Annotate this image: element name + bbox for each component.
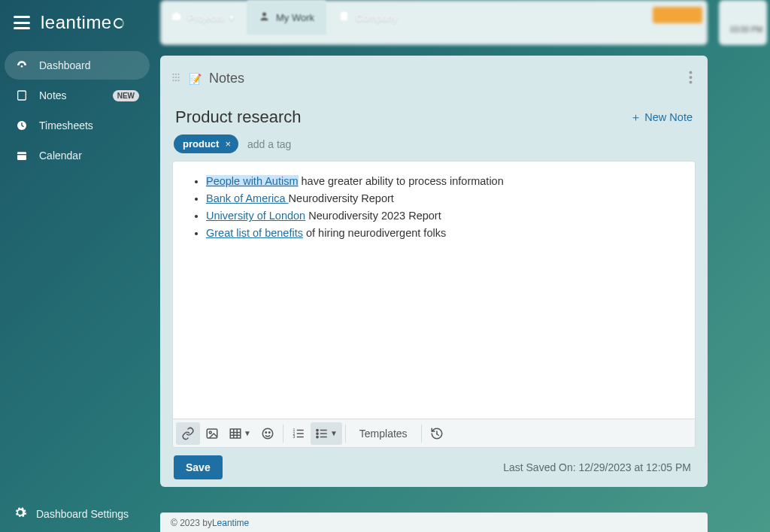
svg-point-13 — [175, 77, 177, 78]
sidebar-item-calendar[interactable]: Calendar — [5, 141, 150, 170]
briefcase-icon — [171, 11, 182, 24]
svg-point-11 — [177, 74, 179, 75]
tool-image[interactable] — [200, 422, 224, 445]
svg-line-44 — [437, 434, 438, 435]
panel-title: Notes — [209, 71, 244, 86]
sidebar-item-label: Timesheets — [39, 119, 93, 131]
svg-point-30 — [268, 431, 270, 433]
topbar-company[interactable]: Company — [326, 0, 410, 35]
svg-point-20 — [690, 81, 693, 84]
tool-templates[interactable]: Templates — [349, 422, 418, 445]
chevron-down-icon: ▾ — [229, 12, 235, 23]
menu-toggle-icon[interactable] — [14, 16, 30, 29]
link[interactable]: Bank of America — [206, 192, 289, 204]
remove-tag-icon[interactable]: × — [225, 138, 231, 150]
svg-point-41 — [317, 432, 318, 434]
svg-point-19 — [690, 76, 693, 79]
building-icon — [338, 11, 350, 24]
svg-text:3: 3 — [293, 434, 295, 439]
tool-bullet-list[interactable]: ▼ — [311, 422, 342, 445]
svg-point-0 — [21, 65, 23, 68]
clock-icon — [15, 119, 29, 132]
app-logo: leantime — [41, 12, 124, 33]
note-icon — [15, 89, 29, 102]
tool-emoji[interactable] — [256, 422, 280, 445]
link[interactable]: University of London — [206, 210, 305, 222]
link[interactable]: Great list of benefits — [206, 227, 303, 239]
svg-rect-21 — [207, 429, 217, 438]
svg-point-40 — [317, 429, 318, 431]
last-saved-text: Last Saved On: 12/29/2023 at 12:05 PM — [503, 461, 691, 473]
new-note-button[interactable]: ＋ New Note — [630, 110, 693, 125]
svg-point-22 — [209, 431, 211, 434]
list-item: Bank of America Neurodiversity Report — [206, 191, 681, 207]
svg-point-29 — [265, 431, 267, 433]
person-icon — [259, 11, 270, 24]
svg-point-12 — [172, 77, 174, 78]
list-item: People with Autism have greater ability … — [206, 174, 681, 189]
sidebar-item-label: Dashboard — [39, 59, 91, 71]
list-item: University of London Neurodiversity 2023… — [206, 208, 681, 224]
note-editor: People with Autism have greater ability … — [172, 161, 696, 448]
svg-point-7 — [262, 13, 266, 17]
calendar-icon — [15, 149, 29, 162]
tag-chip[interactable]: product × — [174, 135, 238, 153]
svg-point-9 — [172, 74, 174, 75]
link[interactable]: People with Autism — [206, 175, 299, 187]
svg-rect-6 — [172, 14, 180, 20]
sidebar-settings-label: Dashboard Settings — [36, 508, 129, 520]
sidebar-item-timesheets[interactable]: Timesheets — [5, 111, 150, 140]
footer: © 2023 by Leantime — [160, 512, 708, 532]
notes-emoji-icon: 📝 — [189, 73, 202, 85]
sidebar: leantime Dashboard Notes NEW Timesheets — [0, 0, 154, 532]
editor-toolbar: ▼ 123 ▼ Templates — [173, 419, 695, 447]
save-button[interactable]: Save — [174, 455, 223, 479]
svg-rect-8 — [341, 12, 347, 20]
svg-point-42 — [317, 436, 318, 437]
svg-point-17 — [177, 80, 179, 81]
gear-icon — [14, 506, 27, 521]
add-tag-input[interactable]: add a tag — [247, 138, 291, 150]
tool-history[interactable] — [425, 422, 449, 445]
gauge-icon — [15, 59, 29, 72]
svg-point-14 — [177, 77, 179, 78]
list-item: Great list of benefits of hiring neurodi… — [206, 225, 681, 241]
topbar: Projects ▾ My Work Company — [154, 0, 770, 35]
svg-point-18 — [690, 71, 693, 74]
drag-handle-icon[interactable] — [171, 72, 181, 85]
sidebar-item-label: Notes — [39, 89, 67, 101]
svg-rect-23 — [230, 429, 241, 438]
new-badge: NEW — [113, 90, 139, 101]
tool-table[interactable]: ▼ — [224, 422, 256, 445]
footer-link[interactable]: Leantime — [212, 518, 249, 528]
sidebar-settings[interactable]: Dashboard Settings — [0, 506, 154, 521]
note-title[interactable]: Product research — [175, 107, 302, 127]
svg-point-10 — [175, 74, 177, 75]
panel-menu-icon[interactable] — [686, 68, 696, 89]
topbar-projects[interactable]: Projects ▾ — [159, 0, 247, 35]
chevron-down-icon: ▼ — [330, 429, 338, 437]
svg-point-28 — [262, 428, 273, 439]
svg-point-15 — [172, 80, 174, 81]
topbar-mywork[interactable]: My Work — [247, 0, 326, 35]
notes-panel: 📝 Notes Product research ＋ New Note prod… — [160, 56, 708, 487]
chevron-down-icon: ▼ — [244, 429, 251, 437]
svg-rect-1 — [18, 91, 26, 100]
svg-point-16 — [175, 80, 177, 81]
sidebar-item-dashboard[interactable]: Dashboard — [5, 51, 150, 80]
sidebar-nav: Dashboard Notes NEW Timesheets Calendar — [0, 51, 154, 170]
editor-content[interactable]: People with Autism have greater ability … — [173, 162, 695, 419]
plus-icon: ＋ — [630, 110, 641, 125]
tool-ordered-list[interactable]: 123 — [286, 422, 311, 445]
tool-link[interactable] — [176, 422, 200, 445]
sidebar-item-label: Calendar — [39, 150, 82, 162]
sidebar-item-notes[interactable]: Notes NEW — [5, 81, 150, 110]
